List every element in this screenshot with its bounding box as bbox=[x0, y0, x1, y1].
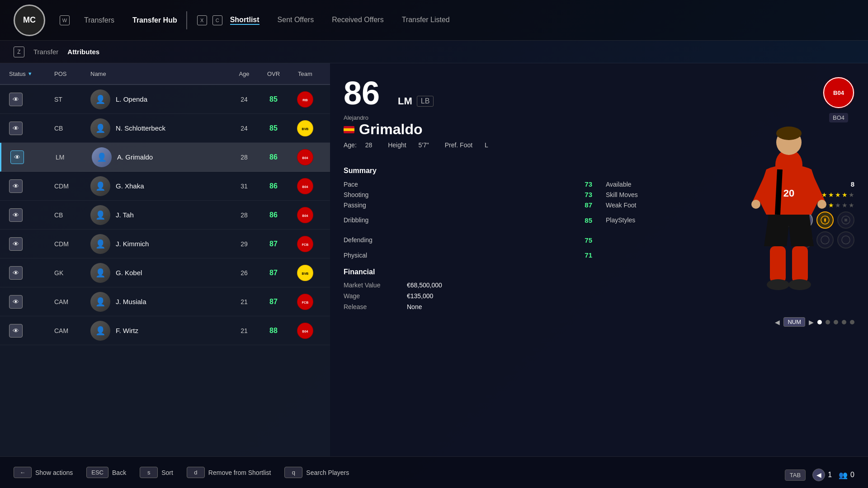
svg-text:20: 20 bbox=[783, 188, 794, 199]
player-detail-panel: 86 LM LB Alejandro Grimaldo A bbox=[330, 63, 868, 456]
w-controller-badge: W bbox=[60, 15, 70, 25]
nav-transfers[interactable]: Transfers bbox=[84, 14, 114, 27]
table-row[interactable]: 👁 CAM 👤 J. Musiala 21 87 FCB bbox=[0, 287, 330, 316]
player-height: 5'7" bbox=[419, 141, 429, 149]
search-players-label: Search Players bbox=[306, 469, 349, 476]
tab-transfer-listed[interactable]: Transfer Listed bbox=[402, 16, 450, 25]
row-player-name: G. Xhaka bbox=[116, 182, 231, 190]
table-row[interactable]: 👁 CB 👤 J. Tah 28 86 B04 bbox=[0, 201, 330, 230]
row-age: 28 bbox=[231, 154, 258, 161]
team-badge-bvb: BVB bbox=[297, 120, 313, 136]
sec-tab-attributes[interactable]: Attributes bbox=[67, 48, 99, 56]
stat-dribbling: Dribbling 85 bbox=[344, 211, 592, 229]
tab-shortlist[interactable]: Shortlist bbox=[230, 16, 259, 25]
team-badge-b04: B04 bbox=[297, 323, 313, 339]
table-row[interactable]: 👁 CDM 👤 G. Xhaka 31 86 B04 bbox=[0, 172, 330, 201]
sec-tab-transfer[interactable]: Transfer bbox=[33, 48, 58, 56]
row-ovr: 87 bbox=[258, 269, 289, 277]
tab-sent-offers[interactable]: Sent Offers bbox=[278, 16, 314, 25]
row-position: CAM bbox=[54, 327, 90, 334]
row-status: 👁 bbox=[9, 324, 54, 338]
scout-icon: 👁 bbox=[9, 208, 23, 222]
count-2-badge: 👥 0 bbox=[839, 471, 854, 479]
col-header-pos: POS bbox=[54, 70, 90, 77]
arrow-icon: ◀ bbox=[812, 469, 825, 481]
svg-rect-34 bbox=[770, 246, 786, 282]
svg-point-30 bbox=[776, 127, 802, 140]
market-value: €68,500,000 bbox=[407, 282, 442, 289]
people-icon: 👥 bbox=[839, 471, 848, 479]
show-actions-action[interactable]: ← Show actions bbox=[14, 467, 73, 478]
table-row[interactable]: 👁 CDM 👤 J. Kimmich 29 87 FCB bbox=[0, 230, 330, 258]
stat-defending: Defending 75 bbox=[344, 231, 592, 249]
avatar: 👤 bbox=[92, 147, 112, 167]
remove-shortlist-action[interactable]: d Remove from Shortlist bbox=[187, 467, 271, 478]
table-row[interactable]: 👁 CAM 👤 F. Wirtz 21 88 B04 bbox=[0, 316, 330, 345]
stat-passing: Passing 87 bbox=[344, 201, 592, 209]
row-age: 26 bbox=[231, 269, 258, 277]
row-team: BVB bbox=[289, 120, 321, 136]
table-row[interactable]: 👁 GK 👤 G. Kobel 26 87 BVB bbox=[0, 258, 330, 287]
age-label: Age: bbox=[344, 141, 357, 149]
nav-transfer-hub[interactable]: Transfer Hub bbox=[132, 14, 177, 27]
svg-text:B04: B04 bbox=[302, 214, 308, 217]
row-age: 31 bbox=[231, 183, 258, 190]
row-ovr: 86 bbox=[258, 211, 289, 219]
row-player-name: A. Grimaldo bbox=[117, 153, 231, 161]
row-team: B04 bbox=[289, 207, 321, 223]
col-header-age: Age bbox=[231, 70, 258, 77]
nav-tabs: Transfers Transfer Hub bbox=[84, 14, 177, 27]
sort-key: s bbox=[140, 467, 158, 478]
height-label: Height bbox=[388, 141, 406, 149]
back-action[interactable]: ESC Back bbox=[86, 467, 126, 478]
svg-text:RB: RB bbox=[302, 98, 308, 102]
row-ovr: 85 bbox=[258, 124, 289, 132]
player-age: 28 bbox=[365, 141, 373, 149]
playstyles-label: PlayStyles bbox=[606, 216, 635, 224]
row-player-name: J. Musiala bbox=[116, 298, 231, 305]
row-team: B04 bbox=[289, 323, 321, 339]
count-1-badge: ◀ 1 bbox=[812, 469, 832, 481]
svg-line-31 bbox=[778, 169, 780, 215]
sort-action[interactable]: s Sort bbox=[140, 467, 173, 478]
row-position: LM bbox=[56, 154, 92, 161]
row-status: 👁 bbox=[9, 179, 54, 193]
player-meta: Age: 28 Height 5'7" Pref. Foot L bbox=[344, 141, 495, 149]
team-badge-b04: B04 bbox=[297, 149, 313, 165]
release-value: None bbox=[407, 303, 422, 310]
spain-flag-icon bbox=[344, 126, 354, 133]
svg-rect-35 bbox=[792, 246, 808, 282]
row-position: CB bbox=[54, 211, 90, 219]
svg-text:BVB: BVB bbox=[302, 127, 309, 131]
x-controller-badge: X bbox=[197, 15, 207, 25]
row-age: 28 bbox=[231, 211, 258, 219]
scout-icon: 👁 bbox=[9, 266, 23, 280]
sort-label: Sort bbox=[161, 469, 173, 476]
scout-icon: 👁 bbox=[9, 324, 23, 338]
player-3d-render: 20 bbox=[721, 106, 857, 413]
secondary-navigation: Z Transfer Attributes bbox=[0, 41, 868, 63]
wage-value: €135,000 bbox=[407, 292, 433, 300]
row-ovr: 87 bbox=[258, 240, 289, 248]
defending-value: 75 bbox=[579, 236, 592, 244]
table-row[interactable]: 👁 CB 👤 N. Schlotterbeck 24 85 BVB bbox=[0, 114, 330, 143]
pace-value: 73 bbox=[579, 180, 592, 188]
team-badge-rb: RB bbox=[297, 91, 313, 108]
scout-icon: 👁 bbox=[9, 93, 23, 106]
search-players-action[interactable]: q Search Players bbox=[284, 467, 349, 478]
stat-pace: Pace 73 bbox=[344, 180, 592, 188]
table-row[interactable]: 👁 ST 👤 L. Openda 24 85 RB bbox=[0, 85, 330, 114]
team-badge-bvb: BVB bbox=[297, 265, 313, 281]
player-rows-container: 👁 ST 👤 L. Openda 24 85 RB 👁 CB bbox=[0, 85, 330, 456]
avatar: 👤 bbox=[90, 205, 110, 225]
table-row[interactable]: 👁 LM 👤 A. Grimaldo 28 86 B04 bbox=[0, 143, 330, 172]
row-position: ST bbox=[54, 96, 90, 103]
physical-label: Physical bbox=[344, 252, 367, 259]
player-surname: Grimaldo bbox=[344, 121, 495, 138]
wage-label: Wage bbox=[344, 292, 407, 300]
market-value-label: Market Value bbox=[344, 282, 407, 289]
row-age: 21 bbox=[231, 298, 258, 305]
stat-physical: Physical 71 bbox=[344, 251, 592, 259]
tab-received-offers[interactable]: Received Offers bbox=[332, 16, 383, 25]
row-player-name: J. Kimmich bbox=[116, 240, 231, 248]
